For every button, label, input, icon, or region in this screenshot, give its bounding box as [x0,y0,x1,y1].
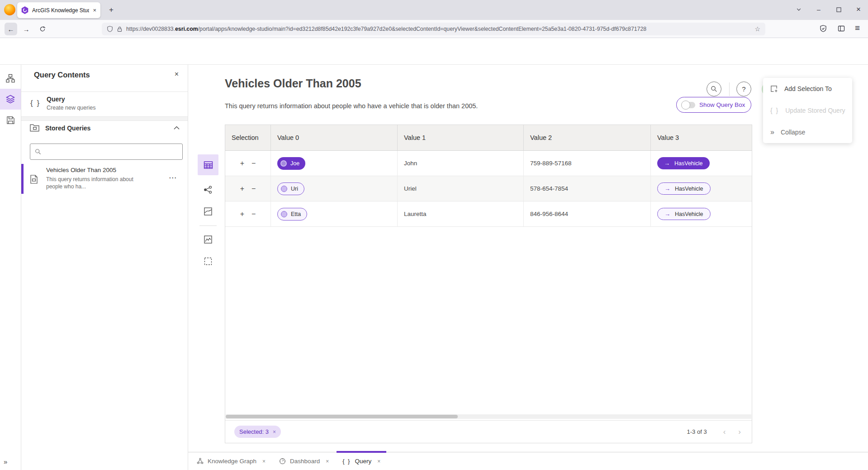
query-item-subtitle: Create new queries [47,105,95,111]
entity-pill[interactable]: Joe [277,157,305,170]
hamburger-menu-icon[interactable]: ≡ [855,23,860,33]
privacy-shield-icon[interactable] [820,25,827,32]
table-header: Selection Value 0 Value 1 Value 2 Value … [225,125,752,151]
menu-item-update-stored-query[interactable]: { } Update Stored Query [763,100,852,121]
page-description: This query returns information about peo… [225,102,478,110]
entity-pill[interactable]: Etta [277,208,307,221]
toggle-knob [681,101,690,110]
entity-type-icon [281,186,287,192]
entity-pill[interactable]: Uri [277,182,304,195]
dashboard-icon [279,458,286,465]
browser-tab[interactable]: ArcGIS Knowledge Studio × [17,2,100,18]
scrollbar-thumb[interactable] [226,415,458,418]
column-header-value0[interactable]: Value 0 [271,125,398,150]
cell-value2: 578-654-7854 [530,185,568,192]
app-header: Certification Project ? PL publisher2 la… [0,38,868,65]
forward-button[interactable]: → [20,23,33,35]
tool-new-map[interactable] [198,229,218,250]
help-button[interactable]: ? [736,82,751,96]
row-select-remove-icon[interactable]: − [251,185,256,193]
tracking-shield-icon[interactable] [107,26,113,32]
tool-map[interactable] [198,201,218,222]
tool-table-view[interactable] [198,154,218,175]
url-bar[interactable]: https://dev0028833.esri.com/portal/apps/… [102,23,765,35]
search-button[interactable] [707,82,721,96]
panel-close-icon[interactable]: × [175,70,179,78]
tab-knowledge-graph[interactable]: Knowledge Graph × [190,452,272,470]
add-selection-icon [770,85,778,93]
more-options-icon[interactable]: ⋯ [169,173,177,182]
relationship-pill[interactable]: → HasVehicle [657,182,711,195]
tab-close-icon[interactable]: × [262,458,266,465]
window-maximize-button[interactable] [832,3,845,16]
menu-item-label: Collapse [781,129,805,136]
table-row: + − Etta Lauretta 846-956-8644 → HasVehi… [225,201,752,227]
list-tabs-icon[interactable] [792,3,806,16]
column-header-value1[interactable]: Value 1 [398,125,524,150]
dashed-square-icon [204,257,213,266]
tab-close-icon[interactable]: × [326,458,329,465]
sidebars-icon[interactable] [838,25,845,32]
tab-dashboard[interactable]: Dashboard × [272,452,336,470]
column-header-value3[interactable]: Value 3 [651,125,752,150]
clear-selection-icon[interactable]: × [273,429,276,435]
question-icon: ? [742,85,745,93]
menu-item-collapse[interactable]: » Collapse [763,121,852,143]
toggle-switch[interactable] [683,102,695,108]
stored-query-description: This query returns information about peo… [46,176,133,190]
next-page-icon[interactable]: › [738,427,741,436]
back-button[interactable]: ← [5,23,17,35]
stored-queries-search[interactable] [30,144,183,160]
tab-label: Query [355,458,371,465]
previous-page-icon[interactable]: ‹ [723,427,726,436]
row-select-add-icon[interactable]: + [240,159,244,168]
stored-queries-search-input[interactable] [45,149,178,155]
column-header-value2[interactable]: Value 2 [524,125,651,150]
table-row: + − Joe John 759-889-57168 → HasVehicle [225,151,752,176]
menu-item-add-selection-to[interactable]: Add Selection To [763,78,852,100]
lock-icon[interactable] [117,26,123,32]
rail-item-save[interactable] [0,110,21,130]
collapse-section-icon[interactable] [174,126,180,130]
expand-rail-icon[interactable]: » [4,458,7,465]
cell-value1: Lauretta [404,211,427,217]
tab-close-icon[interactable]: × [377,458,380,465]
relationship-label: HasVehicle [674,160,703,167]
entity-label: Joe [290,160,299,167]
horizontal-scrollbar[interactable] [226,414,751,419]
collapse-icon: » [770,128,774,136]
header-divider [729,82,730,96]
firefox-icon[interactable] [4,4,15,15]
braces-icon: { } [770,107,779,114]
search-icon [711,86,717,92]
tab-close-icon[interactable]: × [93,7,96,14]
row-select-add-icon[interactable]: + [240,210,244,218]
new-tab-button[interactable]: + [105,4,117,16]
tab-query[interactable]: { } Query × [336,452,387,470]
row-select-remove-icon[interactable]: − [251,159,256,168]
braces-icon: { } [342,458,351,465]
entity-label: Uri [291,186,298,192]
window-close-button[interactable]: × [852,3,865,16]
tool-selection-extent[interactable] [198,251,218,272]
column-header-selection[interactable]: Selection [225,125,271,150]
panel-divider [21,91,188,92]
app-window: ArcGIS Knowledge Studio × + – × ← → [0,0,868,470]
rail-item-contents[interactable] [0,89,21,110]
stored-query-item[interactable]: Vehicles Older Than 2005 This query retu… [21,163,188,195]
reload-button[interactable] [36,23,49,35]
relationship-pill[interactable]: → HasVehicle [657,157,710,169]
relationship-arrow-icon: → [664,160,670,167]
show-query-box-toggle[interactable]: Show Query Box [676,97,751,113]
window-minimize-button[interactable]: – [812,3,825,16]
row-select-add-icon[interactable]: + [240,185,244,193]
rail-item-data-model[interactable] [0,68,21,89]
bookmark-star-icon[interactable]: ☆ [754,25,760,33]
row-select-remove-icon[interactable]: − [251,210,256,218]
selected-indicator [21,164,24,194]
tool-link-chart[interactable] [198,179,218,200]
selected-count-chip[interactable]: Selected: 3 × [234,426,281,438]
url-text[interactable]: https://dev0028833.esri.com/portal/apps/… [126,26,751,32]
relationship-pill[interactable]: → HasVehicle [657,208,711,220]
view-tab-bar: Knowledge Graph × Dashboard × { } Query … [188,452,868,470]
